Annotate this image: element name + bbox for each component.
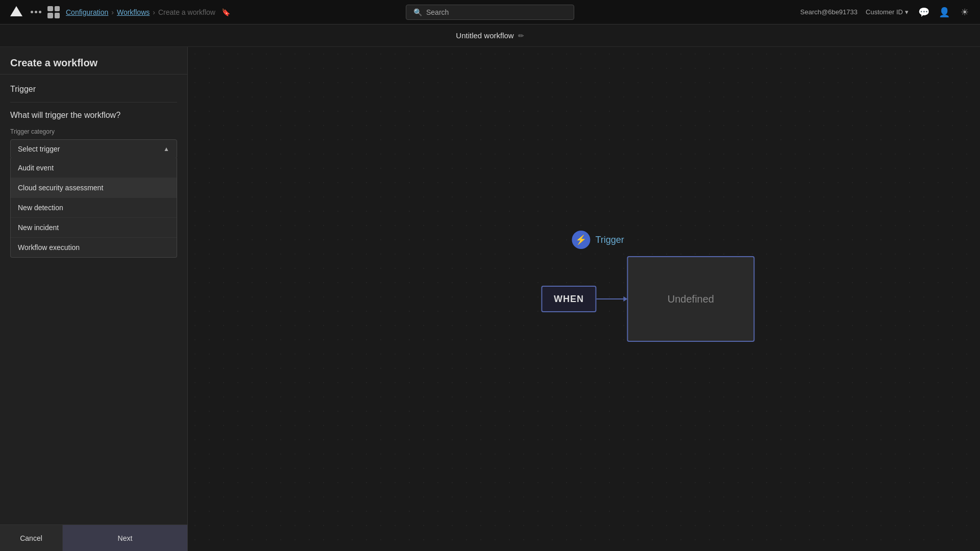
when-label: WHEN — [554, 294, 584, 305]
search-label: Search — [426, 8, 449, 16]
messages-icon[interactable]: 💬 — [917, 5, 931, 19]
when-box[interactable]: WHEN — [541, 286, 596, 312]
nav-action-icons: 💬 👤 ☀ — [917, 5, 972, 19]
trigger-dropdown-list: Audit event Cloud security assessment Ne… — [10, 158, 177, 258]
top-navigation: Configuration › Workflows › Create a wor… — [0, 0, 980, 24]
dots-menu[interactable] — [31, 11, 41, 13]
workflow-canvas[interactable]: ⚡ Trigger WHEN Undefined — [188, 47, 980, 551]
next-button[interactable]: Next — [63, 525, 187, 551]
nav-right: Search@6be91733 Customer ID ▾ 💬 👤 ☀ — [800, 5, 972, 19]
settings-icon[interactable]: ☀ — [958, 5, 972, 19]
search-icon: 🔍 — [413, 8, 422, 16]
breadcrumb-current: Create a workflow — [158, 8, 215, 16]
search-container: 🔍 Search — [406, 5, 574, 20]
workflow-title: Untitled workflow — [456, 31, 513, 40]
diagram-wrapper: ⚡ Trigger WHEN Undefined — [541, 256, 754, 342]
bookmark-icon[interactable]: 🔖 — [222, 8, 230, 16]
app-switcher-icon[interactable] — [47, 6, 60, 18]
sidebar-content: Trigger What will trigger the workflow? … — [0, 74, 187, 524]
trigger-label: Trigger — [595, 235, 624, 245]
page-title: Create a workflow — [10, 57, 177, 69]
dropdown-item-workflow-execution[interactable]: Workflow execution — [11, 238, 177, 257]
dropdown-item-new-detection[interactable]: New detection — [11, 198, 177, 218]
breadcrumb-workflows[interactable]: Workflows — [117, 8, 150, 16]
sidebar-footer: Cancel Next — [0, 524, 187, 551]
trigger-section-label: Trigger — [10, 85, 177, 94]
dropdown-item-cloud-security[interactable]: Cloud security assessment — [11, 178, 177, 198]
dropdown-item-audit-event[interactable]: Audit event — [11, 158, 177, 178]
dropdown-item-new-incident[interactable]: New incident — [11, 218, 177, 238]
undefined-label: Undefined — [668, 293, 714, 305]
sidebar-header: Create a workflow — [0, 47, 187, 74]
customer-id-selector[interactable]: Customer ID ▾ — [866, 8, 909, 16]
breadcrumb-sep1: › — [111, 8, 114, 16]
edit-title-icon[interactable]: ✏ — [518, 32, 524, 40]
select-chevron-icon: ▲ — [163, 145, 169, 153]
what-trigger-heading: What will trigger the workflow? — [10, 111, 177, 120]
nav-left: Configuration › Workflows › Create a wor… — [8, 4, 800, 20]
trigger-bolt-icon: ⚡ — [572, 231, 590, 249]
sidebar: Create a workflow Trigger What will trig… — [0, 47, 188, 551]
customer-id-label: Customer ID — [866, 8, 903, 16]
undefined-box[interactable]: Undefined — [627, 256, 754, 342]
customer-id-chevron: ▾ — [905, 8, 909, 16]
select-trigger-label: Select trigger — [18, 145, 60, 153]
cancel-button[interactable]: Cancel — [0, 525, 63, 551]
main-layout: Create a workflow Trigger What will trig… — [0, 47, 980, 551]
breadcrumb-configuration[interactable]: Configuration — [66, 8, 108, 16]
workflow-title-bar: Untitled workflow ✏ — [0, 24, 980, 47]
trigger-select[interactable]: Select trigger ▲ — [10, 139, 177, 159]
search-box[interactable]: 🔍 Search — [406, 5, 574, 20]
profile-icon[interactable]: 👤 — [937, 5, 951, 19]
user-email: Search@6be91733 — [800, 8, 857, 16]
breadcrumb-sep2: › — [153, 8, 155, 16]
workflow-diagram: ⚡ Trigger WHEN Undefined — [541, 256, 754, 342]
app-logo[interactable] — [8, 4, 24, 20]
trigger-category-label: Trigger category — [10, 128, 177, 135]
breadcrumb: Configuration › Workflows › Create a wor… — [66, 8, 230, 16]
connector-line — [596, 298, 627, 299]
trigger-header: ⚡ Trigger — [572, 231, 624, 249]
